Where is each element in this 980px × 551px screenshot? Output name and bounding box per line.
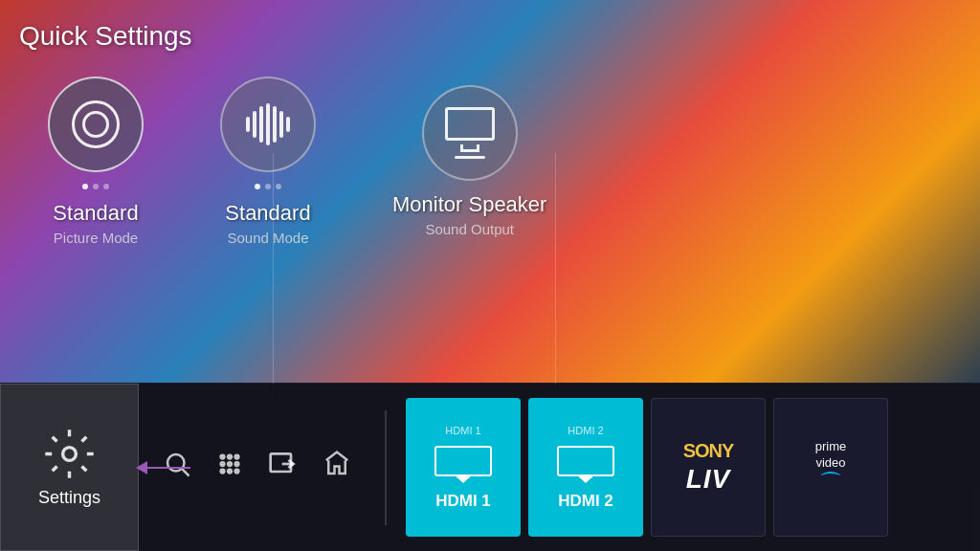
- sound-dot-1: [255, 184, 260, 189]
- hdmi2-tile[interactable]: HDMI 2 HDMI 2: [528, 398, 643, 537]
- svg-point-6: [219, 461, 225, 467]
- arrow-indicator: [137, 461, 190, 474]
- hdmi1-icon: [434, 446, 492, 476]
- settings-label: Settings: [38, 488, 100, 508]
- monitor-speaker-icon: [445, 107, 495, 159]
- sound-bar-7: [286, 117, 290, 132]
- monitor-stand: [460, 144, 479, 152]
- monitor-screen: [445, 107, 495, 141]
- dot-2: [93, 184, 99, 189]
- sound-bar-1: [246, 117, 250, 132]
- picture-mode-main-label: Standard: [53, 201, 138, 226]
- prime-label: primevideo: [815, 439, 847, 472]
- svg-point-11: [234, 468, 239, 474]
- svg-point-4: [227, 453, 233, 459]
- picture-mode-icon: [72, 100, 120, 148]
- settings-button[interactable]: Settings: [0, 384, 139, 551]
- gear-icon: [43, 428, 96, 480]
- sound-bar-6: [279, 111, 283, 138]
- hdmi2-small-label: HDMI 2: [568, 425, 603, 436]
- arrow-head: [136, 461, 147, 474]
- sound-bar-3: [259, 106, 263, 143]
- divider-1: [273, 153, 274, 402]
- sound-mode-main-label: Standard: [225, 201, 310, 226]
- home-nav-icon[interactable]: [323, 450, 351, 485]
- svg-point-8: [234, 461, 239, 467]
- picture-mode-icon-circle: [48, 77, 144, 172]
- svg-point-3: [219, 453, 225, 459]
- primevideo-logo: primevideo ⁀: [815, 439, 847, 496]
- sonyliv-logo: SONY LIV: [683, 440, 734, 495]
- quick-settings-title: Quick Settings: [19, 21, 192, 52]
- hdmi2-icon: [557, 446, 614, 476]
- arrow-line: [147, 467, 190, 469]
- sound-dot-3: [276, 184, 281, 189]
- taskbar-apps: HDMI 1 HDMI 1 HDMI 2 HDMI 2 SONY LIV pri…: [396, 384, 898, 551]
- svg-point-5: [234, 453, 239, 459]
- monitor-base: [455, 156, 485, 159]
- prime-smile-icon: ⁀: [822, 474, 839, 496]
- sound-bar-2: [253, 111, 256, 138]
- hdmi1-small-label: HDMI 1: [445, 425, 480, 436]
- picture-mode-inner-circle: [82, 111, 109, 138]
- sound-bar-5: [273, 106, 277, 143]
- svg-point-7: [227, 461, 233, 467]
- primevideo-tile[interactable]: primevideo ⁀: [773, 398, 888, 537]
- sound-mode-item[interactable]: Standard Sound Mode: [220, 77, 316, 246]
- svg-point-10: [227, 468, 233, 474]
- input-nav-icon[interactable]: [268, 449, 299, 486]
- liv-brand: LIV: [686, 464, 731, 495]
- sound-mode-icon: [246, 103, 290, 146]
- taskbar: Settings: [0, 384, 980, 551]
- picture-mode-sub-label: Picture Mode: [54, 230, 138, 246]
- sound-output-item[interactable]: Monitor Speaker Sound Output: [392, 85, 546, 237]
- sound-mode-sub-label: Sound Mode: [227, 230, 308, 246]
- sound-output-icon-circle: [422, 85, 518, 181]
- settings-items-row: Standard Picture Mode: [48, 77, 546, 246]
- hdmi1-tile[interactable]: HDMI 1 HDMI 1: [406, 398, 521, 537]
- svg-point-9: [219, 468, 225, 474]
- picture-mode-dots: [82, 184, 109, 189]
- svg-point-0: [63, 447, 77, 460]
- dot-3: [103, 184, 109, 189]
- sound-mode-icon-circle: [220, 77, 316, 172]
- sony-brand: SONY: [683, 440, 734, 462]
- sonyliv-tile[interactable]: SONY LIV: [651, 398, 766, 537]
- sound-output-main-label: Monitor Speaker: [392, 192, 546, 217]
- sound-dot-2: [265, 184, 271, 189]
- dot-1: [82, 184, 88, 189]
- hdmi1-label: HDMI 1: [435, 492, 491, 511]
- taskbar-divider: [385, 410, 387, 525]
- quick-settings-panel: Quick Settings Standard Picture Mode: [0, 0, 980, 383]
- picture-mode-item[interactable]: Standard Picture Mode: [48, 77, 144, 246]
- sound-mode-dots: [255, 184, 281, 189]
- apps-nav-icon[interactable]: [215, 450, 244, 485]
- sound-bar-4: [266, 103, 270, 145]
- divider-2: [555, 153, 556, 402]
- sound-output-sub-label: Sound Output: [425, 221, 514, 237]
- hdmi2-label: HDMI 2: [558, 492, 613, 511]
